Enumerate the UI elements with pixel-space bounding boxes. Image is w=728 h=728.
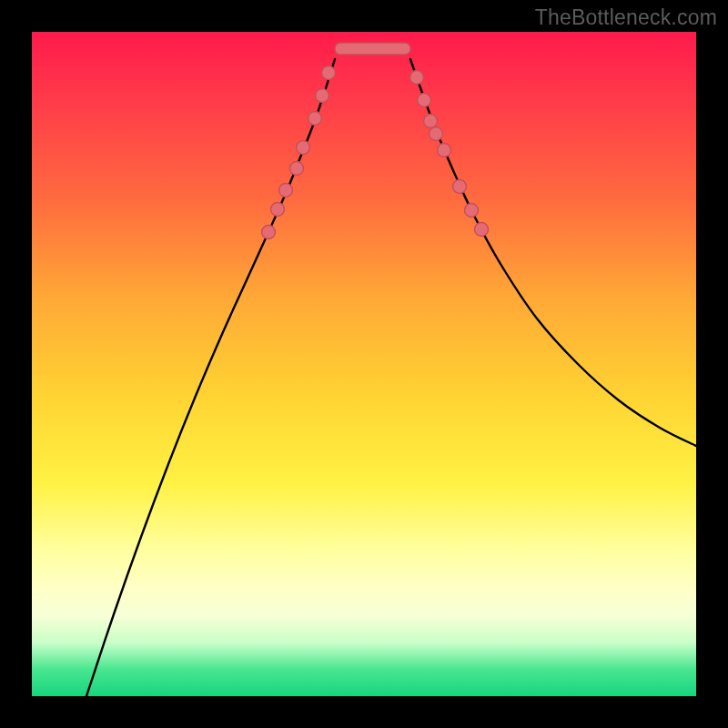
- plot-area: [32, 32, 696, 696]
- attribution-label: TheBottleneck.com: [535, 5, 717, 30]
- marker-dot: [316, 89, 329, 103]
- curve-right: [410, 59, 696, 446]
- marker-dot: [290, 162, 304, 176]
- marker-dot: [297, 141, 310, 155]
- marker-dot: [308, 112, 322, 126]
- marker-dot: [418, 94, 431, 107]
- marker-dot: [262, 226, 276, 239]
- marker-dot: [322, 66, 336, 80]
- chart-frame: TheBottleneck.com: [0, 0, 728, 728]
- markers-left: [262, 66, 336, 239]
- marker-dot: [438, 144, 451, 157]
- marker-dot: [279, 184, 293, 197]
- marker-dot: [271, 203, 285, 217]
- curve-layer: [32, 32, 696, 696]
- marker-dot: [465, 204, 479, 217]
- valley-bar: [335, 43, 410, 55]
- marker-dot: [475, 223, 489, 237]
- marker-dot: [430, 127, 443, 141]
- marker-dot: [453, 180, 467, 194]
- curve-left: [86, 59, 335, 696]
- markers-right: [410, 71, 489, 237]
- marker-dot: [410, 71, 424, 85]
- marker-dot: [424, 115, 438, 128]
